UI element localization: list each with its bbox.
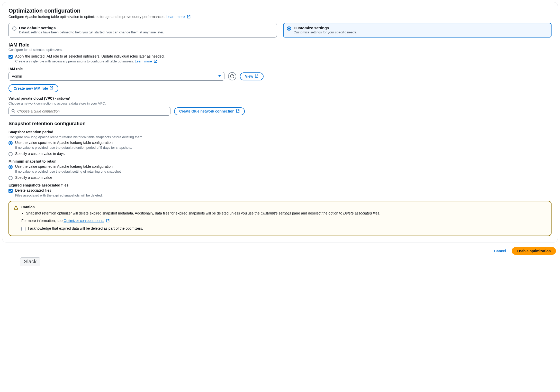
min-snapshot-option-sub: If no value is provided, use the default… — [15, 170, 552, 173]
snapshot-heading: Snapshot retention configuration — [8, 121, 552, 126]
optimization-panel: Optimization configuration Configure Apa… — [2, 2, 558, 242]
tile-default-settings[interactable]: Use default settings Default settings ha… — [8, 23, 277, 38]
retention-period-label: Snapshot retention period — [8, 130, 552, 134]
alert-info: For more information, see Optimizer cons… — [21, 219, 546, 223]
external-link-icon — [255, 74, 258, 79]
footer-actions: Cancel Enable optimization — [2, 242, 558, 256]
acknowledge-label: I acknowledge that expired data will be … — [28, 226, 143, 230]
external-link-icon — [154, 60, 157, 64]
page-desc: Configure Apache Iceberg table optimizat… — [8, 15, 552, 19]
apply-iam-label: Apply the selected IAM role to all selec… — [15, 54, 165, 58]
radio-icon — [8, 141, 13, 145]
radio-icon — [8, 152, 13, 156]
retention-period-desc: Configure how long Apache Iceberg retain… — [8, 135, 552, 139]
delete-files-label: Delete associated files — [15, 188, 51, 192]
external-link-icon — [106, 219, 110, 223]
iam-subdesc: Configure for all selected optimizers. — [8, 48, 552, 52]
svg-point-0 — [12, 109, 14, 112]
min-snapshot-option-custom[interactable]: Specify a custom value — [8, 175, 552, 180]
iam-role-value: Admin — [12, 74, 22, 78]
min-snapshot-group: Use the value specified in Apache Iceber… — [8, 164, 552, 180]
tile-title: Use default settings — [19, 26, 164, 30]
learn-more-link[interactable]: Learn more — [166, 15, 190, 19]
create-iam-role-button[interactable]: Create new IAM role — [8, 84, 58, 92]
iam-role-select[interactable]: Admin — [8, 72, 224, 81]
radio-icon — [12, 26, 16, 31]
caution-alert: Caution Snapshot retention optimizer wil… — [8, 201, 552, 236]
iam-learn-more-link[interactable]: Learn more — [135, 59, 157, 63]
tile-sub: Customize settings for your specific nee… — [294, 30, 357, 34]
min-snapshot-option-default[interactable]: Use the value specified in Apache Iceber… — [8, 164, 552, 169]
iam-role-label: IAM role — [8, 67, 552, 71]
vpc-connection-input-wrap[interactable] — [8, 107, 170, 116]
acknowledge-checkbox[interactable] — [21, 227, 25, 231]
tile-customize-settings[interactable]: Customize settings Customize settings fo… — [283, 23, 552, 38]
alert-bullet: Snapshot retention optimizer will delete… — [26, 211, 546, 216]
retention-period-option-sub: If no value is provided, use the default… — [15, 146, 552, 150]
apply-iam-checkbox[interactable] — [8, 55, 13, 59]
create-glue-connection-button[interactable]: Create Glue network connection — [174, 107, 245, 115]
vpc-desc: Choose a network connection to access a … — [8, 101, 552, 105]
enable-optimization-button[interactable]: Enable optimization — [512, 247, 556, 255]
vpc-connection-input[interactable] — [17, 109, 168, 113]
apply-iam-sub: Create a single role with necessary perm… — [15, 59, 552, 64]
radio-icon — [8, 165, 13, 169]
refresh-button[interactable] — [228, 72, 236, 80]
radio-icon — [287, 26, 291, 31]
delete-files-sub: Files associated with the expired snapsh… — [15, 193, 552, 197]
retention-period-option-custom[interactable]: Specify a custom value in days — [8, 152, 552, 156]
warning-icon — [14, 205, 18, 231]
alert-title: Caution — [21, 205, 546, 209]
caret-down-icon — [218, 74, 221, 78]
tile-sub: Default settings have been defined to he… — [19, 30, 164, 34]
expired-files-label: Expired snapshots associated files — [8, 183, 552, 187]
vpc-label: Virtual private cloud (VPC) - optional — [8, 96, 552, 100]
external-link-icon — [236, 109, 240, 114]
settings-mode-tiles: Use default settings Default settings ha… — [8, 23, 552, 38]
view-role-button[interactable]: View — [240, 72, 264, 80]
cancel-button[interactable]: Cancel — [491, 247, 509, 255]
slack-stub: Slack — [20, 257, 40, 266]
page-title: Optimization configuration — [8, 7, 552, 14]
external-link-icon — [187, 15, 191, 19]
tile-title: Customize settings — [294, 26, 357, 30]
delete-files-checkbox[interactable] — [8, 189, 13, 193]
radio-icon — [8, 176, 13, 180]
retention-period-option-default[interactable]: Use the value specified in Apache Iceber… — [8, 141, 552, 145]
iam-heading: IAM Role — [8, 42, 552, 48]
external-link-icon — [50, 86, 53, 90]
optimizer-considerations-link[interactable]: Optimizer considerations. — [64, 219, 104, 223]
search-icon — [11, 109, 15, 114]
retention-period-group: Use the value specified in Apache Iceber… — [8, 141, 552, 156]
min-snapshot-label: Minimum snapshot to retain — [8, 159, 552, 163]
